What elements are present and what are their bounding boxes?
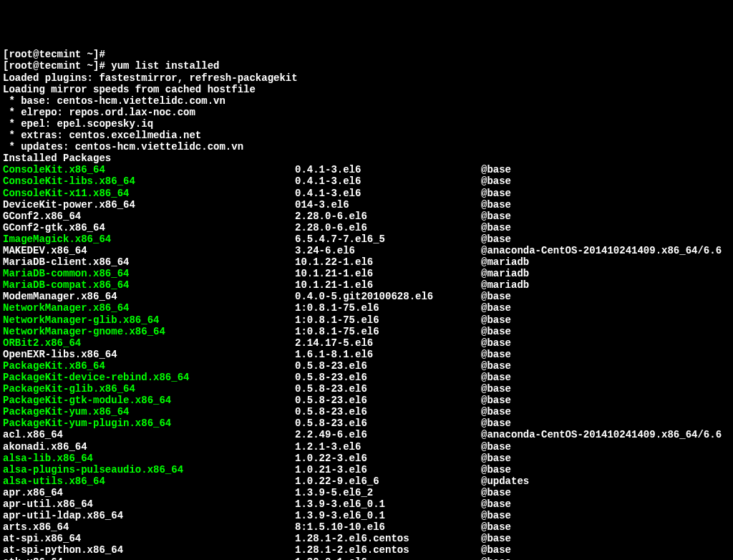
- package-version: 10.1.21-1.el6: [295, 279, 481, 291]
- package-version: 1.28.1-2.el6.centos: [295, 544, 481, 556]
- package-name: PackageKit-glib.x86_64: [3, 383, 295, 395]
- package-name: NetworkManager.x86_64: [3, 302, 295, 314]
- package-row: MariaDB-client.x86_6410.1.22-1.el6@maria…: [3, 256, 730, 268]
- package-repo: @anaconda-CentOS-201410241409.x86_64/6.6: [481, 429, 730, 440]
- package-row: atk.x86_641.30.0-1.el6@base: [3, 556, 730, 561]
- package-repo: @base: [481, 453, 730, 464]
- package-name: MariaDB-compat.x86_64: [3, 279, 295, 291]
- package-row: OpenEXR-libs.x86_641.6.1-8.1.el6@base: [3, 349, 730, 360]
- header-line: Loaded plugins: fastestmirror, refresh-p…: [3, 72, 730, 84]
- prompt-line-command: [root@tecmint ~]# yum list installed: [3, 60, 730, 72]
- package-version: 0.4.1-3.el6: [295, 188, 481, 199]
- package-row: ConsoleKit-x11.x86_640.4.1-3.el6@base: [3, 188, 730, 199]
- package-name: GConf2-gtk.x86_64: [3, 222, 295, 233]
- package-row: acl.x86_642.2.49-6.el6@anaconda-CentOS-2…: [3, 429, 730, 440]
- package-version: 0.5.8-23.el6: [295, 395, 481, 406]
- package-repo: @base: [481, 164, 730, 175]
- package-row: MariaDB-common.x86_6410.1.21-1.el6@maria…: [3, 268, 730, 279]
- header-line: Installed Packages: [3, 153, 730, 164]
- package-repo: @base: [481, 521, 730, 533]
- package-repo: @base: [481, 510, 730, 521]
- package-row: ORBit2.x86_642.14.17-5.el6@base: [3, 337, 730, 349]
- package-row: PackageKit.x86_640.5.8-23.el6@base: [3, 360, 730, 372]
- package-row: MariaDB-compat.x86_6410.1.21-1.el6@maria…: [3, 279, 730, 291]
- package-repo: @base: [481, 417, 730, 429]
- package-row: ModemManager.x86_640.4.0-5.git20100628.e…: [3, 291, 730, 302]
- package-name: ImageMagick.x86_64: [3, 233, 295, 245]
- package-version: 1.2.1-3.el6: [295, 441, 481, 453]
- package-name: PackageKit.x86_64: [3, 360, 295, 372]
- package-name: ConsoleKit.x86_64: [3, 164, 295, 175]
- package-version: 014-3.el6: [295, 199, 481, 211]
- package-name: NetworkManager-gnome.x86_64: [3, 326, 295, 337]
- package-row: arts.x86_648:1.5.10-10.el6@base: [3, 521, 730, 533]
- package-version: 2.28.0-6.el6: [295, 211, 481, 222]
- package-name: MariaDB-client.x86_64: [3, 256, 295, 268]
- package-name: at-spi.x86_64: [3, 533, 295, 544]
- package-repo: @base: [481, 199, 730, 211]
- package-name: MAKEDEV.x86_64: [3, 245, 295, 256]
- package-name: ORBit2.x86_64: [3, 337, 295, 349]
- package-row: akonadi.x86_641.2.1-3.el6@base: [3, 441, 730, 453]
- header-line: * extras: centos.excellmedia.net: [3, 130, 730, 141]
- package-row: apr.x86_641.3.9-5.el6_2@base: [3, 487, 730, 498]
- package-name: PackageKit-gtk-module.x86_64: [3, 395, 295, 406]
- package-repo: @base: [481, 383, 730, 395]
- package-repo: @mariadb: [481, 279, 730, 291]
- package-name: NetworkManager-glib.x86_64: [3, 314, 295, 326]
- package-name: alsa-plugins-pulseaudio.x86_64: [3, 464, 295, 475]
- package-version: 0.4.1-3.el6: [295, 164, 481, 175]
- package-repo: @base: [481, 533, 730, 544]
- package-repo: @base: [481, 291, 730, 302]
- package-name: ModemManager.x86_64: [3, 291, 295, 302]
- terminal[interactable]: [root@tecmint ~]#[root@tecmint ~]# yum l…: [3, 49, 730, 560]
- package-name: apr-util-ldap.x86_64: [3, 510, 295, 521]
- package-version: 0.4.1-3.el6: [295, 175, 481, 187]
- package-row: MAKEDEV.x86_643.24-6.el6@anaconda-CentOS…: [3, 245, 730, 256]
- package-repo: @base: [481, 372, 730, 383]
- package-row: alsa-lib.x86_641.0.22-3.el6@base: [3, 453, 730, 464]
- package-row: ConsoleKit.x86_640.4.1-3.el6@base: [3, 164, 730, 175]
- package-repo: @base: [481, 487, 730, 498]
- package-version: 1.3.9-5.el6_2: [295, 487, 481, 498]
- package-name: OpenEXR-libs.x86_64: [3, 349, 295, 360]
- package-row: NetworkManager-glib.x86_641:0.8.1-75.el6…: [3, 314, 730, 326]
- package-name: PackageKit-yum.x86_64: [3, 406, 295, 417]
- package-version: 2.28.0-6.el6: [295, 222, 481, 233]
- package-version: 10.1.22-1.el6: [295, 256, 481, 268]
- package-version: 1.6.1-8.1.el6: [295, 349, 481, 360]
- package-repo: @base: [481, 544, 730, 556]
- header-line: Loading mirror speeds from cached hostfi…: [3, 84, 730, 95]
- package-row: PackageKit-glib.x86_640.5.8-23.el6@base: [3, 383, 730, 395]
- package-version: 1.3.9-3.el6_0.1: [295, 498, 481, 510]
- package-repo: @base: [481, 556, 730, 561]
- package-version: 1.0.22-3.el6: [295, 453, 481, 464]
- package-repo: @base: [481, 233, 730, 245]
- package-row: alsa-utils.x86_641.0.22-9.el6_6@updates: [3, 475, 730, 487]
- package-repo: @base: [481, 302, 730, 314]
- package-repo: @base: [481, 188, 730, 199]
- package-name: DeviceKit-power.x86_64: [3, 199, 295, 211]
- package-version: 0.5.8-23.el6: [295, 360, 481, 372]
- package-version: 1.30.0-1.el6: [295, 556, 481, 561]
- package-version: 0.5.8-23.el6: [295, 383, 481, 395]
- header-line: * updates: centos-hcm.viettelidc.com.vn: [3, 141, 730, 153]
- package-row: DeviceKit-power.x86_64014-3.el6@base: [3, 199, 730, 211]
- header-line: * epel: epel.scopesky.iq: [3, 118, 730, 130]
- package-row: ConsoleKit-libs.x86_640.4.1-3.el6@base: [3, 175, 730, 187]
- package-name: ConsoleKit-libs.x86_64: [3, 175, 295, 187]
- package-repo: @base: [481, 498, 730, 510]
- package-name: PackageKit-device-rebind.x86_64: [3, 372, 295, 383]
- package-row: PackageKit-gtk-module.x86_640.5.8-23.el6…: [3, 395, 730, 406]
- package-row: apr-util.x86_641.3.9-3.el6_0.1@base: [3, 498, 730, 510]
- package-version: 1.0.22-9.el6_6: [295, 475, 481, 487]
- package-repo: @base: [481, 464, 730, 475]
- package-row: alsa-plugins-pulseaudio.x86_641.0.21-3.e…: [3, 464, 730, 475]
- package-version: 0.5.8-23.el6: [295, 406, 481, 417]
- package-repo: @base: [481, 349, 730, 360]
- package-repo: @base: [481, 406, 730, 417]
- package-version: 1.3.9-3.el6_0.1: [295, 510, 481, 521]
- prompt-line-empty: [root@tecmint ~]#: [3, 49, 730, 60]
- package-row: GConf2-gtk.x86_642.28.0-6.el6@base: [3, 222, 730, 233]
- package-row: at-spi-python.x86_641.28.1-2.el6.centos@…: [3, 544, 730, 556]
